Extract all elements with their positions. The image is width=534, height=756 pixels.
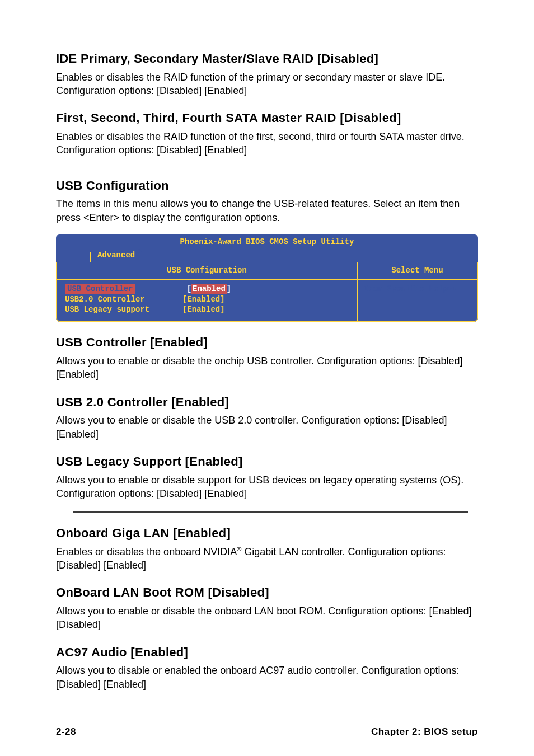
body-usb-config: The items in this menu allows you to cha… bbox=[56, 197, 478, 224]
page-footer: 2-28 Chapter 2: BIOS setup bbox=[56, 726, 478, 739]
bios-row-value: [Enabled] bbox=[182, 304, 225, 315]
heading-giga-lan: Onboard Giga LAN [Enabled] bbox=[56, 525, 478, 542]
bios-tab-advanced: Advanced bbox=[91, 249, 142, 262]
bios-main-panel: USB Configuration USB Controller [Enable… bbox=[56, 262, 358, 322]
body-giga-lan: Enables or disables the onboard NVIDIA® … bbox=[56, 545, 478, 572]
chapter-label: Chapter 2: BIOS setup bbox=[371, 726, 478, 739]
heading-usb-controller: USB Controller [Enabled] bbox=[56, 334, 478, 351]
bios-row-label: USB2.0 Controller bbox=[65, 294, 182, 305]
bios-help-label: Item Specific Help bbox=[363, 284, 448, 293]
bios-help-arrow-icon: ▸▸ bbox=[448, 284, 457, 293]
heading-usb-config: USB Configuration bbox=[56, 177, 478, 194]
heading-sata-raid: First, Second, Third, Fourth SATA Master… bbox=[56, 110, 478, 126]
bios-side-title: Select Menu bbox=[358, 262, 477, 280]
heading-lan-boot: OnBoard LAN Boot ROM [Disabled] bbox=[56, 584, 478, 601]
bios-row-label: USB Controller bbox=[65, 284, 135, 294]
heading-ac97: AC97 Audio [Enabled] bbox=[56, 644, 478, 661]
heading-ide-raid: IDE Primary, Secondary Master/Slave RAID… bbox=[56, 50, 478, 67]
bios-title: Phoenix-Award BIOS CMOS Setup Utility bbox=[56, 234, 478, 250]
heading-usb-legacy: USB Legacy Support [Enabled] bbox=[56, 453, 478, 470]
body-lan-boot: Allows you to enable or disable the onbo… bbox=[56, 604, 478, 632]
body-usb-controller: Allows you to enable or disable the onch… bbox=[56, 354, 478, 382]
body-usb2-controller: Allows you to enable or disable the USB … bbox=[56, 414, 478, 441]
bios-row-label: USB Legacy support bbox=[65, 304, 182, 315]
body-sata-raid: Enables or disables the RAID function of… bbox=[56, 130, 478, 157]
bios-row-usb2-controller: USB2.0 Controller [Enabled] bbox=[65, 294, 349, 305]
bios-side-panel: Select Menu Item Specific Help▸▸ bbox=[358, 262, 478, 322]
body-giga-lan-pre: Enables or disables the onboard NVIDIA bbox=[56, 546, 237, 557]
heading-usb2-controller: USB 2.0 Controller [Enabled] bbox=[56, 394, 478, 411]
body-ide-raid: Enables or disables the RAID function of… bbox=[56, 71, 478, 98]
bios-screenshot: Phoenix-Award BIOS CMOS Setup Utility Ad… bbox=[56, 234, 478, 322]
bios-row-value: Enabled bbox=[191, 284, 227, 294]
bios-row-value: [Enabled] bbox=[182, 294, 225, 305]
bios-row-usb-controller: USB Controller [Enabled] bbox=[65, 284, 349, 294]
page-number: 2-28 bbox=[56, 726, 76, 739]
divider bbox=[73, 511, 468, 513]
body-usb-legacy: Allows you to enable or disable support … bbox=[56, 473, 478, 501]
bios-main-title: USB Configuration bbox=[57, 262, 357, 280]
bios-row-usb-legacy: USB Legacy support [Enabled] bbox=[65, 304, 349, 315]
body-ac97: Allows you to disable or enabled the onb… bbox=[56, 664, 478, 691]
bios-tab-row: Advanced bbox=[56, 250, 478, 262]
